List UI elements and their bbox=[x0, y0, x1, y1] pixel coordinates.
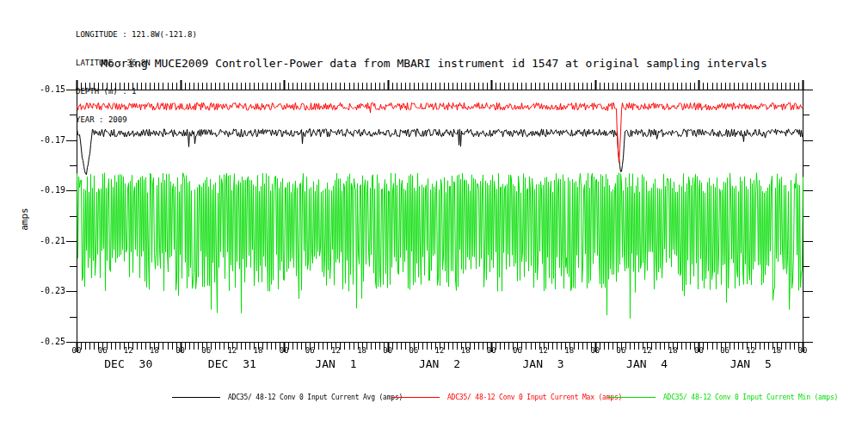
y-tick-label: -0.15 bbox=[21, 84, 65, 95]
legend-line-swatch bbox=[391, 397, 440, 398]
x-hour-label: 12 bbox=[119, 346, 138, 355]
x-hour-label: 12 bbox=[430, 346, 449, 355]
y-tick-label: -0.17 bbox=[21, 135, 65, 146]
x-hour-label: 00 bbox=[689, 346, 708, 355]
x-day-label: JAN 5 bbox=[704, 358, 798, 370]
x-day-label: JAN 2 bbox=[392, 358, 487, 370]
legend-label: ADC35/ 48-12 Conv 0 Input Current Min (a… bbox=[663, 394, 838, 401]
y-tick-label: -0.19 bbox=[21, 185, 65, 195]
x-day-label: JAN 4 bbox=[600, 358, 694, 370]
x-hour-label: 00 bbox=[482, 346, 501, 355]
x-hour-label: 12 bbox=[534, 346, 553, 355]
x-hour-label: 12 bbox=[223, 346, 242, 355]
x-hour-label: 06 bbox=[716, 346, 735, 355]
x-day-label: DEC 31 bbox=[185, 358, 280, 370]
legend-item: ADC35/ 48-12 Conv 0 Input Current Avg (a… bbox=[172, 388, 403, 399]
legend-item: ADC35/ 48-12 Conv 0 Input Current Max (a… bbox=[391, 388, 622, 399]
legend-item: ADC35/ 48-12 Conv 0 Input Current Min (a… bbox=[607, 388, 838, 399]
x-day-label: DEC 30 bbox=[81, 358, 175, 370]
x-day-label: JAN 3 bbox=[496, 358, 591, 370]
x-hour-label: 06 bbox=[197, 346, 216, 355]
y-tick-label: -0.21 bbox=[21, 236, 65, 246]
x-hour-label: 06 bbox=[404, 346, 423, 355]
x-hour-label: 18 bbox=[249, 346, 268, 355]
x-hour-label: 18 bbox=[353, 346, 372, 355]
x-day-label: JAN 1 bbox=[288, 358, 383, 370]
x-hour-label: 00 bbox=[586, 346, 605, 355]
x-hour-label: 06 bbox=[612, 346, 631, 355]
legend-line-swatch bbox=[607, 397, 656, 398]
mooring-power-plot-figure: LONGITUDE : 121.8W(-121.8) LATITUDE : 36… bbox=[0, 0, 868, 434]
x-hour-label: 18 bbox=[145, 346, 163, 355]
x-hour-label: 06 bbox=[300, 346, 319, 355]
x-hour-label: 18 bbox=[767, 346, 786, 355]
y-tick-label: -0.23 bbox=[21, 286, 65, 296]
x-hour-label: 00 bbox=[171, 346, 190, 355]
x-hour-label: 18 bbox=[560, 346, 579, 355]
x-hour-label: 12 bbox=[326, 346, 345, 355]
legend-label: ADC35/ 48-12 Conv 0 Input Current Avg (a… bbox=[228, 394, 403, 401]
x-hour-label: 00 bbox=[67, 346, 86, 355]
y-tick-label: -0.25 bbox=[21, 337, 65, 347]
x-hour-label: 18 bbox=[456, 346, 475, 355]
x-hour-label: 12 bbox=[742, 346, 760, 355]
legend-label: ADC35/ 48-12 Conv 0 Input Current Max (a… bbox=[447, 394, 622, 401]
x-hour-label: 00 bbox=[379, 346, 397, 355]
x-hour-label: 12 bbox=[637, 346, 656, 355]
x-hour-label: 06 bbox=[93, 346, 112, 355]
x-hour-label: 00 bbox=[793, 346, 812, 355]
legend-line-swatch bbox=[172, 397, 220, 398]
x-hour-label: 00 bbox=[274, 346, 293, 355]
x-hour-label: 06 bbox=[508, 346, 526, 355]
x-hour-label: 18 bbox=[663, 346, 682, 355]
